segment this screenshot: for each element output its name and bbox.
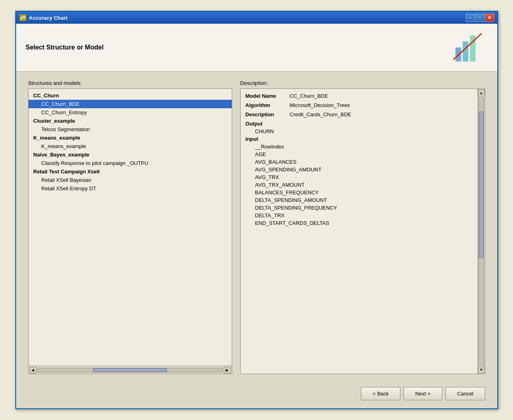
back-button[interactable]: < Back — [361, 387, 400, 400]
panels-row: Structures and models: CC_ChurnCC_Churn_… — [28, 80, 485, 374]
tree-item-cc_churn_group[interactable]: CC_Churn — [29, 91, 232, 100]
tree-item-naive_bayes_group[interactable]: Naive_Bayes_example — [29, 150, 232, 159]
desc-indent-item: END_START_CARDS_DELTAS — [245, 220, 473, 226]
desc-indent-item: AVG_TRX_AMOUNT — [245, 182, 473, 188]
vertical-scrollbar: ▲ ▼ — [478, 89, 485, 374]
hscroll-thumb[interactable] — [93, 368, 167, 372]
vscroll-up-button[interactable]: ▲ — [478, 89, 484, 97]
tree-item-cluster_example_group[interactable]: Cluster_example — [29, 117, 232, 125]
desc-section-output: Output — [245, 121, 473, 127]
desc-indent-item: __RowIndex — [245, 144, 473, 150]
vscroll-track[interactable] — [478, 98, 484, 365]
desc-value: Credit_Cards_Churn_BDE — [290, 111, 351, 117]
hscroll-right-button[interactable]: ▶ — [224, 367, 231, 373]
header-graphic — [451, 31, 488, 64]
main-window: Accuracy Chart ─ □ ✕ Select Structure or… — [15, 11, 498, 409]
close-button[interactable]: ✕ — [485, 14, 494, 22]
left-panel: Structures and models: CC_ChurnCC_Churn_… — [28, 80, 232, 374]
right-panel: Description: Model NameCC_Churn_BDEAlgor… — [240, 80, 485, 374]
structures-label: Structures and models: — [28, 80, 232, 86]
title-bar: Accuracy Chart ─ □ ✕ — [16, 12, 497, 24]
content-area: Structures and models: CC_ChurnCC_Churn_… — [16, 72, 497, 382]
desc-indent-item: CHURN — [245, 128, 473, 134]
vscroll-down-button[interactable]: ▼ — [478, 366, 484, 373]
desc-indent-item: AVG_SPENDING_AMOUNT — [245, 167, 473, 173]
window-controls: ─ □ ✕ — [466, 14, 494, 22]
tree-scroll-area[interactable]: CC_ChurnCC_Churn_BDECC_Churn_EntropyClus… — [29, 89, 232, 366]
hscroll-track[interactable] — [37, 368, 223, 373]
svg-rect-6 — [463, 41, 468, 62]
page-title: Select Structure or Model — [26, 44, 104, 51]
desc-label: Algorithm — [245, 102, 286, 108]
tree-container: CC_ChurnCC_Churn_BDECC_Churn_EntropyClus… — [28, 89, 232, 374]
footer-area: < Back Next > Cancel — [16, 382, 497, 408]
next-button[interactable]: Next > — [404, 387, 442, 400]
tree-item-classify_response[interactable]: Classify Response to pilot campaign _OUT… — [29, 159, 232, 167]
minimize-button[interactable]: ─ — [466, 14, 475, 22]
description-label: Description: — [240, 80, 485, 86]
desc-field-description: DescriptionCredit_Cards_Churn_BDE — [245, 111, 473, 117]
hscroll-left-button[interactable]: ◀ — [29, 367, 37, 373]
svg-rect-0 — [20, 14, 26, 21]
desc-label: Description — [245, 111, 286, 117]
desc-indent-item: DELTA_SPENDING_AMOUNT — [245, 197, 473, 203]
desc-field-model-name: Model NameCC_Churn_BDE — [245, 93, 473, 99]
desc-indent-item: AVG_BALANCES — [245, 159, 473, 165]
tree-item-retail_bayesian[interactable]: Retail XSell Bayesian — [29, 176, 232, 184]
desc-indent-item: DELTA_TRX — [245, 212, 473, 218]
tree-item-retail_entropy[interactable]: Retail XSell Entropy DT — [29, 184, 232, 193]
app-icon — [19, 14, 27, 21]
tree-item-cc_churn_bde[interactable]: CC_Churn_BDE — [29, 100, 232, 108]
maximize-button[interactable]: □ — [476, 14, 484, 22]
desc-label: Model Name — [245, 93, 286, 99]
vscroll-thumb[interactable] — [479, 111, 484, 258]
tree-item-k_means_child[interactable]: K_means_example — [29, 142, 232, 150]
window-title: Accuracy Chart — [29, 15, 464, 21]
tree-item-telcos_seg[interactable]: Telcos Segmentation — [29, 125, 232, 134]
tree-item-cc_churn_entropy[interactable]: CC_Churn_Entropy — [29, 108, 232, 117]
tree-item-k_means_group[interactable]: K_means_example — [29, 134, 232, 142]
desc-value: CC_Churn_BDE — [290, 93, 328, 99]
cancel-button[interactable]: Cancel — [445, 387, 485, 400]
desc-indent-item: AGE — [245, 151, 473, 157]
description-container: Model NameCC_Churn_BDEAlgorithmMicrosoft… — [240, 89, 485, 374]
desc-field-algorithm: AlgorithmMicrosoft_Decision_Trees — [245, 102, 473, 108]
horizontal-scrollbar: ◀ ▶ — [29, 366, 232, 374]
desc-scroll-area[interactable]: Model NameCC_Churn_BDEAlgorithmMicrosoft… — [241, 89, 478, 374]
desc-section-input: Input — [245, 136, 473, 142]
desc-indent-item: AVG_TRX — [245, 174, 473, 180]
tree-item-retail_group[interactable]: Retail Test Campaign Xsell — [29, 167, 232, 176]
desc-indent-item: BALANCES_FREQUENCY — [245, 189, 473, 196]
desc-indent-item: DELTA_SPENDING_FREQUENCY — [245, 205, 473, 211]
header-area: Select Structure or Model — [16, 24, 497, 72]
desc-value: Microsoft_Decision_Trees — [290, 102, 350, 108]
